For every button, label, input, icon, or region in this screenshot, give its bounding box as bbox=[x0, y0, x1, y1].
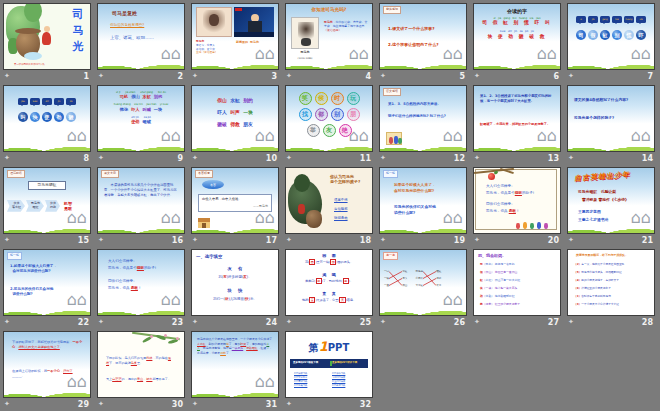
slide-text: 司马光的伙伴们又会对他 说些什么呢? bbox=[394, 204, 460, 215]
transition-icon[interactable]: ✦ bbox=[192, 319, 198, 326]
transition-icon[interactable]: ✦ bbox=[286, 401, 292, 408]
transition-icon[interactable]: ✦ bbox=[286, 73, 292, 80]
transition-icon[interactable]: ✦ bbox=[568, 73, 574, 80]
slide-thumbnail[interactable]: ⌂⌂连一连一口一块一座水缸石头假山司马光小朋友大水缸砸缸得救装水 bbox=[379, 249, 467, 316]
text-part: 司马光举起大石头，使劲砸那口缸。 bbox=[581, 270, 624, 274]
transition-icon[interactable]: ✦ bbox=[286, 155, 292, 162]
transition-icon[interactable]: ✦ bbox=[286, 319, 292, 326]
slide-thumbnail[interactable]: ⌂⌂课文大意 本课讲的是司马光和几个小伙伴在花园里玩耍，一个小伙伴不小心掉进大水… bbox=[97, 167, 185, 234]
slide-thumbnail[interactable]: 你认为司马光 是个怎样的孩子?遇事不慌肯动脑筋聪明勇敢 bbox=[285, 167, 373, 234]
slide-thumbnail[interactable]: ⌂⌂整体感知1.课文讲了一个什么故事?2.这个故事让你明白了什么? bbox=[379, 3, 467, 70]
slide-content: 假山 水缸 别的吓人 叫声 一块砸破 得救 朋友 bbox=[192, 86, 278, 151]
slide-thumbnail[interactable]: 四、我会组词。司（司机） 叔叔是一名司机。假（假山） 花园里有一座假山。缸（水缸… bbox=[473, 249, 561, 316]
slide-thumbnail[interactable]: ⌂⌂笑候时玩找都别朋举友绝 bbox=[285, 85, 373, 152]
text-part: 我们一( bbox=[213, 297, 225, 301]
transition-icon[interactable]: ✦ bbox=[380, 319, 386, 326]
slide-content: 自古英雄出少年司马光砸缸 孔融让梨曹冲称象 曹植作《七步诗》王冕四岁学画王羲之七… bbox=[568, 168, 654, 233]
transition-icon[interactable]: ✦ bbox=[98, 73, 104, 80]
match-lines bbox=[423, 268, 436, 289]
transition-icon[interactable]: ✦ bbox=[4, 155, 10, 162]
text-part: 主编《资治通鉴》 bbox=[196, 50, 218, 54]
slide-text: 第1、2、3自然段讲了司马光和小朋友们玩的时候，有一个小朋友掉到了大水缸里。 bbox=[480, 94, 554, 104]
char-circle: 缸 bbox=[600, 30, 610, 40]
transition-icon[interactable]: ✦ bbox=[4, 319, 10, 326]
transition-icon[interactable]: ✦ bbox=[4, 237, 10, 244]
slide-thumbnail[interactable]: 司 马 光第一课件网提供本课PPT下载 bbox=[3, 3, 91, 70]
slide-thumbnail[interactable]: ⌂⌂理清脉络司马光砸缸伙伴 落水缸司马光 砸缸伙伴 得救机智 勇敢 bbox=[3, 167, 91, 234]
transition-icon[interactable]: ✦ bbox=[192, 155, 198, 162]
slide-thumbnail[interactable]: ⌂⌂课文的第4自然段写了什么内容?司马光是个怎样的孩子? bbox=[567, 85, 655, 152]
transition-icon[interactable]: ✦ bbox=[568, 237, 574, 244]
transition-icon[interactable]: ✦ bbox=[192, 401, 198, 408]
transition-icon[interactable]: ✦ bbox=[474, 155, 480, 162]
slide-thumbnail[interactable]: ⌂⌂假山 水缸 别的吓人 叫声 一块砸破 得救 朋友 bbox=[191, 85, 279, 152]
ink-portrait bbox=[196, 7, 232, 37]
slide-thumbnail[interactable]: 大人们会这样夸:司马光，你真是个聪明的孩子!同伴们会这样夸:司马光，你真 勇敢 … bbox=[473, 167, 561, 234]
slide-thumbnail[interactable]: 第1PPT更多精品PPT模板下载更多精品PPT课件下载PPT模板下载 PPT背景… bbox=[285, 331, 373, 398]
slide-thumbnail[interactable]: 园 圆花(园)里有一块(圆)圆的石头。渴 喝弟弟口(渴)了，到处找水(喝)。直 … bbox=[285, 249, 373, 316]
transition-icon[interactable]: ✦ bbox=[4, 401, 10, 408]
transition-icon[interactable]: ✦ bbox=[98, 155, 104, 162]
slide-thumbnail[interactable]: ⌂⌂下课的铃声响了，我赶忙收拾好书包回家，一不小心，把别人的文具盒碰翻在地上了。… bbox=[3, 331, 91, 398]
char-circle: 块 bbox=[30, 112, 40, 122]
slide-thumbnail[interactable]: ⌂⌂sī jī jiǎ shān shuǐ gāng bié de司机 假山 水… bbox=[97, 85, 185, 152]
slide-content: 一、选字填空友 有我(有)许多好朋(友)。块 快我们一(块)儿玩得很(快)乐。 bbox=[192, 250, 278, 315]
transition-icon[interactable]: ✦ bbox=[98, 237, 104, 244]
transition-icon[interactable]: ✦ bbox=[192, 73, 198, 80]
transition-icon[interactable]: ✦ bbox=[474, 237, 480, 244]
slide-thumbnail[interactable]: ⌂⌂会读的字sī jiǎ gāng bié huāng xià jiào司 假 … bbox=[473, 3, 561, 70]
slide-thumbnail[interactable]: ⌂⌂读文感悟第1、3、5自然段的内容齐声读。孩子们在什么样的地方玩? 玩了什么? bbox=[379, 85, 467, 152]
slide-thumbnail[interactable]: ⌂⌂名言积累名言由俭入奢易，由奢入俭难。——司马光 bbox=[191, 167, 279, 234]
image-layer bbox=[24, 52, 42, 60]
transition-icon[interactable]: ✦ bbox=[380, 237, 386, 244]
slide-strip: ✦7 bbox=[567, 70, 655, 82]
transition-icon[interactable]: ✦ bbox=[380, 155, 386, 162]
slide-number: 14 bbox=[642, 154, 653, 163]
slide-content: 你知道司马光吗?司马光(1019-1086)司马光，北宋政治家、史学家、文学家。… bbox=[286, 4, 372, 69]
slide-thumbnail[interactable]: ⌂⌂第1、2、3自然段讲了司马光和小朋友们玩的时候，有一个小朋友掉到了大水缸里。… bbox=[473, 85, 561, 152]
char-circle: 玩 bbox=[347, 92, 360, 105]
slide-thumbnail[interactable]: ⌂⌂想一想1.如果这个时候大人们来了， 会对司马光说些什么呢?2.司马光的伙伴们… bbox=[3, 249, 91, 316]
slide-row: ⌂⌂想一想1.如果这个时候大人们来了， 会对司马光说些什么呢?2.司马光的伙伴们… bbox=[3, 249, 660, 328]
slide-thumbnail[interactable]: ⌂⌂司马是复姓你知道的复姓有哪些?上官、诸葛、欧阳…… bbox=[97, 3, 185, 70]
slide-thumbnail[interactable]: ⌂⌂jiàokuàishǐjìnzá叫块使劲砸 bbox=[3, 85, 91, 152]
speech-bubble: shǐ bbox=[42, 98, 52, 105]
image-layer bbox=[42, 32, 51, 45]
match-word: 假山 bbox=[402, 282, 407, 289]
slide-title: 你认为司马光 是个怎样的孩子? bbox=[330, 174, 370, 185]
transition-icon[interactable]: ✦ bbox=[568, 155, 574, 162]
slide-thumbnail[interactable]: 下雨的时候，鸟儿们有的飞回树林，有的躲在屋檐下，还有的藏进鸟巢里。天上白茫茫的，… bbox=[97, 331, 185, 398]
slide-text: 司机 假山 水缸 别的 bbox=[101, 94, 181, 99]
slide-text: 1.如果这个时候大人们来了， 会对司马光说些什么呢? bbox=[10, 264, 86, 275]
slide-thumbnail[interactable]: ⌂⌂自古英雄出少年司马光砸缸 孔融让梨曹冲称象 曹植作《七步诗》王冕四岁学画王羲… bbox=[567, 167, 655, 234]
slide-content: 笑候时玩找都别朋举友绝 bbox=[286, 86, 372, 151]
house-illustration bbox=[198, 218, 210, 228]
slide-text: 司马光，你真是个聪明的孩子! bbox=[486, 191, 556, 195]
slide-thumbnail[interactable]: ⌂⌂想一想如果这个时候大人来了， 会对司马光说些什么呢?司马光的伙伴们又会对他 … bbox=[379, 167, 467, 234]
slide-thumbnail[interactable]: ⌂⌂司马光 字君实，北宋人 政治家、史学家 主编《资治通鉴》新闻里的 司马光 bbox=[191, 3, 279, 70]
slide-thumbnail[interactable]: 一、选字填空友 有我(有)许多好朋(友)。块 快我们一(块)儿玩得很(快)乐。 bbox=[191, 249, 279, 316]
slide-thumbnail[interactable]: ⌂⌂司马光和几个小朋友在花园里玩，一个小朋友不小心掉进了大水缸。别的小朋友都慌了… bbox=[191, 331, 279, 398]
transition-icon[interactable]: ✦ bbox=[474, 73, 480, 80]
text-part: 。 bbox=[60, 345, 63, 349]
transition-icon[interactable]: ✦ bbox=[568, 319, 574, 326]
bubble-text: bié bbox=[615, 18, 618, 21]
transition-icon[interactable]: ✦ bbox=[98, 401, 104, 408]
slide-strip: ✦16 bbox=[97, 234, 185, 246]
slide-content: 课文大意 本课讲的是司马光和几个小伙伴在花园里玩耍，一个小伙伴不小心掉进大水缸里… bbox=[98, 168, 184, 233]
transition-icon[interactable]: ✦ bbox=[192, 237, 198, 244]
match-right-column: 砸缸得救装水 bbox=[436, 268, 441, 289]
slide-text: （2）有一次，他和几个小朋友在花园里玩。 bbox=[574, 263, 652, 266]
slide-thumbnail[interactable]: 按事情发展的顺序，给下列句子排排队。（2）有一次，他和几个小朋友在花园里玩。（5… bbox=[567, 249, 655, 316]
transition-icon[interactable]: ✦ bbox=[98, 319, 104, 326]
transition-icon[interactable]: ✦ bbox=[380, 73, 386, 80]
transition-icon[interactable]: ✦ bbox=[4, 73, 10, 80]
slide-text: 2.司马光的伙伴们又会对他 说些什么呢? bbox=[10, 287, 86, 298]
slide-thumbnail[interactable]: ⌂⌂sījiǎgāngbiéhuāngxià司假缸别慌吓 bbox=[567, 3, 655, 70]
char-circle-row: 举友绝 bbox=[289, 124, 369, 137]
transition-icon[interactable]: ✦ bbox=[474, 319, 480, 326]
slide-thumbnail[interactable]: ⌂⌂大人们会这样夸:司马光，你真是个聪明的孩子!同伴们会这样夸:司马光，你真 勇… bbox=[97, 249, 185, 316]
slide-thumbnail[interactable]: ⌂⌂你知道司马光吗?司马光(1019-1086)司马光，北宋政治家、史学家、文学… bbox=[285, 3, 373, 70]
slide-number: 28 bbox=[642, 318, 653, 327]
transition-icon[interactable]: ✦ bbox=[286, 237, 292, 244]
